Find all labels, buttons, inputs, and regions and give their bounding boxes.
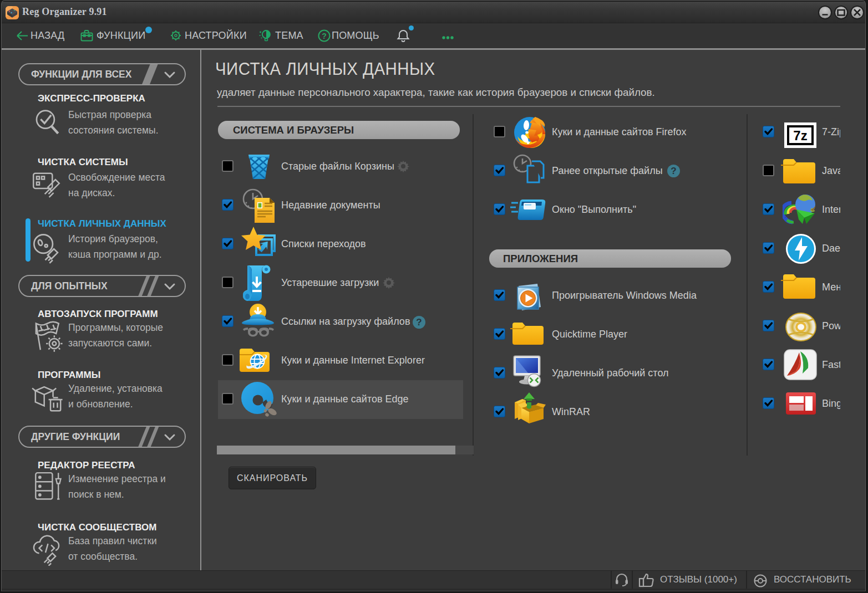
svg-text:7z: 7z [793, 128, 807, 143]
svg-text:?: ? [322, 32, 327, 40]
